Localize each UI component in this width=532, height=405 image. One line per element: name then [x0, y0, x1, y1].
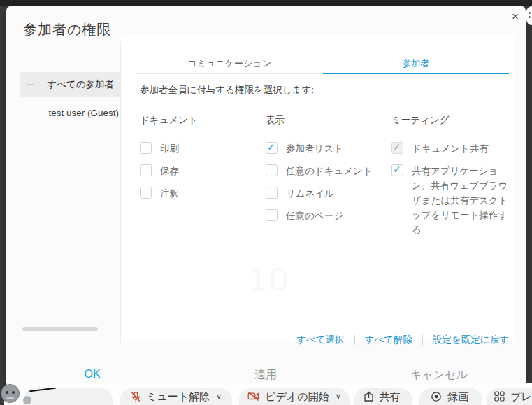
option-participant-list[interactable]: ✓ 参加者リスト [266, 141, 391, 164]
chevron-down-icon[interactable]: ∨ [336, 390, 341, 401]
link-separator [354, 335, 355, 345]
column-header: ドキュメント [140, 114, 257, 127]
check-icon: ✓ [267, 141, 275, 152]
option-document-share: ✓ ドキュメント共有 [391, 141, 515, 164]
meeting-control-bar: ミュート解除 ∨ ビデオの開始 ∨ 共有 録画 プレ [4, 383, 532, 405]
column-view: 表示 ✓ 参加者リスト 任意のドキュメント サムネイル 任意のページ [266, 114, 391, 231]
check-icon: ✓ [393, 141, 401, 152]
cancel-button[interactable]: キャンセル [410, 368, 468, 383]
avatar-badge [23, 396, 31, 404]
taskbar-button-label: 録画 [447, 390, 468, 404]
checkbox[interactable]: ✓ [391, 164, 403, 176]
tab-communications[interactable]: コミュニケーション [136, 57, 323, 74]
unmute-button[interactable]: ミュート解除 ∨ [120, 388, 232, 405]
sidebar-horizontal-scrollbar[interactable] [22, 327, 98, 331]
record-button[interactable]: 録画 [419, 388, 482, 405]
panel-dots-icon [529, 12, 531, 14]
participant-privileges-dialog: 参加者の権限 × すべての参加者 test user (Guest) コミュニケ… [6, 6, 526, 388]
selection-links: すべて選択 すべて解除 設定を既定に戻す [296, 334, 509, 346]
checkbox: ✓ [391, 142, 403, 154]
share-icon [364, 391, 374, 402]
apply-button[interactable]: 適用 [254, 368, 277, 383]
taskbar-button-label: プレ [510, 390, 532, 404]
camera-off-icon [247, 391, 259, 402]
robot-avatar [1, 384, 20, 403]
layout-grid-icon [494, 391, 505, 402]
select-all-link[interactable]: すべて選択 [296, 334, 344, 346]
taskbar-button-label: 共有 [380, 390, 401, 404]
sidebar-item-all-participants[interactable]: すべての参加者 [20, 72, 120, 97]
ok-button[interactable]: OK [84, 368, 100, 381]
option-annotate[interactable]: 注釈 [140, 186, 257, 208]
collapse-dash-icon [27, 84, 34, 85]
checkbox[interactable] [140, 164, 152, 176]
checkbox[interactable] [140, 142, 152, 154]
tab-bar: コミュニケーション 参加者 [136, 57, 509, 74]
record-icon [431, 391, 442, 402]
mic-off-icon [131, 391, 141, 403]
check-icon: ✓ [393, 164, 401, 175]
column-document: ドキュメント 印刷 保存 注釈 [140, 114, 257, 208]
checkbox[interactable] [266, 164, 278, 176]
checkbox[interactable] [266, 209, 278, 221]
sidebar-item-test-user[interactable]: test user (Guest) [20, 103, 119, 124]
link-separator [422, 335, 423, 345]
chevron-down-icon[interactable]: ∨ [216, 390, 222, 401]
option-any-document[interactable]: 任意のドキュメント [266, 164, 391, 186]
column-header: 表示 [266, 114, 391, 127]
checkbox[interactable]: ✓ [266, 142, 278, 154]
page-title: 参加者の権限 [23, 20, 111, 39]
window-top-frame [0, 0, 532, 6]
reset-defaults-link[interactable]: 設定を既定に戻す [433, 334, 509, 346]
taskbar-button-label: ミュート解除 [146, 390, 210, 404]
start-video-button[interactable]: ビデオの開始 ∨ [239, 388, 350, 405]
option-save[interactable]: 保存 [140, 164, 257, 186]
option-any-page[interactable]: 任意のページ [266, 208, 391, 231]
instruction-text: 参加者全員に付与する権限を選択します: [140, 84, 314, 97]
option-print[interactable]: 印刷 [140, 141, 257, 164]
checkbox[interactable] [140, 187, 152, 199]
close-button[interactable]: × [505, 7, 525, 27]
column-meeting: ミーティング ✓ ドキュメント共有 ✓ 共有アプリケーション、共有ウェブブラウザ… [391, 114, 515, 237]
share-button[interactable]: 共有 [354, 388, 412, 405]
layout-button[interactable]: プレ [487, 388, 532, 405]
checkbox[interactable] [266, 187, 278, 199]
column-header: ミーティング [391, 114, 515, 127]
option-thumbnails[interactable]: サムネイル [266, 186, 391, 208]
option-remote-control-share[interactable]: ✓ 共有アプリケーション、共有ウェブブラウザまたは共有デスクトップをリモート操作… [391, 164, 515, 237]
side-panel-toggle-button[interactable] [526, 6, 532, 25]
clear-all-link[interactable]: すべて解除 [365, 334, 412, 346]
sidebar-item-label: すべての参加者 [47, 78, 114, 91]
watermark-text: 10 [248, 260, 291, 299]
close-icon: × [512, 10, 519, 24]
tab-participants[interactable]: 参加者 [323, 57, 510, 74]
taskbar-button-label: ビデオの開始 [265, 390, 329, 404]
